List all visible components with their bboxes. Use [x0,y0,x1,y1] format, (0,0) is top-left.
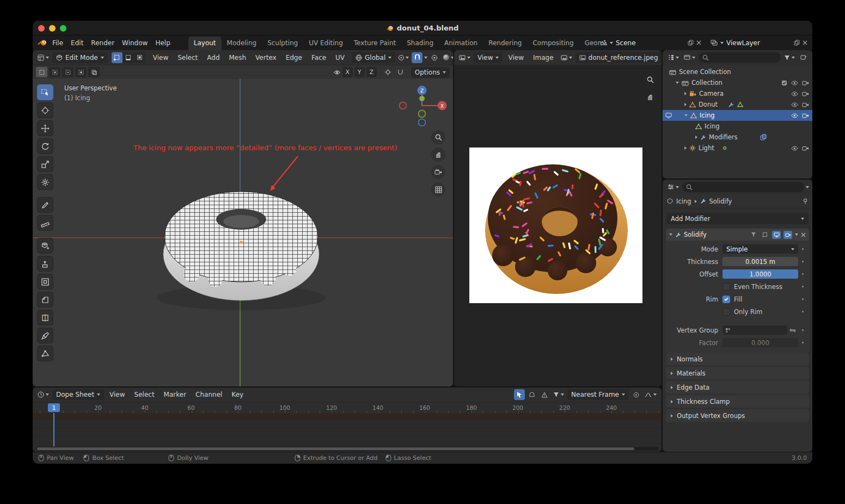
pan-hand-button[interactable] [431,147,445,162]
menu-window[interactable]: Window [118,35,151,50]
section-output-vertex-groups[interactable]: Output Vertex Groups [666,409,809,422]
tool-rotate[interactable] [37,138,53,154]
outliner-item-light[interactable]: Light [663,143,812,153]
tool-scale[interactable] [37,156,53,172]
outliner-item-icing[interactable]: Icing [663,110,812,121]
editor-type-button[interactable] [457,55,472,60]
viewport-menu-mesh[interactable]: Mesh [225,50,250,65]
section-edge-data[interactable]: Edge Data [666,381,809,394]
animate-dot[interactable] [798,286,807,287]
render-display-toggle[interactable] [783,231,792,239]
outliner-search-input[interactable] [699,52,781,63]
tool-knife[interactable] [37,328,53,343]
even-thickness-checkbox[interactable] [722,283,730,291]
show-errors-toggle[interactable] [539,389,550,400]
animate-dot[interactable] [798,248,807,250]
navigation-gizmo[interactable]: Z X [388,81,453,133]
tool-cursor[interactable] [37,102,53,118]
pivot-point-button[interactable] [397,52,410,63]
zoom-button[interactable] [643,72,657,87]
outliner-item-scene-collection[interactable]: Scene Collection [663,66,812,77]
image-mode-select[interactable]: View [474,52,503,63]
proportional-edit-toggle[interactable] [630,389,641,400]
keying-menu-button[interactable] [643,392,658,397]
tool-add-cube[interactable] [37,238,53,254]
expand-icon[interactable] [684,146,687,150]
dope-sheet-mode-select[interactable]: Dope Sheet [52,389,104,400]
expand-icon[interactable] [695,136,697,139]
mirror-z-toggle[interactable]: Z [366,67,377,77]
dope-menu-key[interactable]: Key [228,388,247,402]
tab-shading[interactable]: Shading [401,36,439,50]
expand-icon[interactable] [684,92,687,95]
image-browse-button[interactable] [559,55,574,60]
viewport-menu-view[interactable]: View [149,50,172,65]
blender-logo-icon[interactable] [36,38,48,48]
select-intersect-button[interactable] [88,67,100,77]
select-subtract-button[interactable] [62,67,74,77]
select-new-button[interactable] [36,67,47,77]
edit-mode-display-toggle[interactable] [749,231,758,239]
show-hidden-toggle[interactable] [526,389,537,400]
only-rim-checkbox[interactable] [722,308,730,316]
playhead[interactable] [53,413,54,446]
new-viewlayer-icon[interactable] [794,40,800,46]
filter-chevron-icon[interactable] [806,186,809,188]
viewport-canvas[interactable]: User Perspective (1) Icing The icing now… [33,79,453,386]
outliner-item-donut[interactable]: Donut [663,99,812,110]
edge-select-mode-button[interactable] [123,52,134,63]
snap-to-symmetry-button[interactable] [383,67,394,78]
viewport-shading-button[interactable] [442,52,453,63]
animate-dot[interactable] [798,342,807,343]
tab-animation[interactable]: Animation [439,36,483,50]
dope-sheet-channels[interactable] [33,413,662,452]
tool-inset-faces[interactable] [37,274,53,290]
tool-transform[interactable] [37,174,53,190]
dope-menu-channel[interactable]: Channel [192,388,226,402]
render-visibility-icon[interactable] [802,113,809,118]
collapse-icon[interactable] [684,114,688,116]
new-collection-button[interactable] [798,52,809,63]
modifier-name[interactable]: Solidify [684,231,707,238]
viewport-menu-vertex[interactable]: Vertex [252,50,280,65]
tool-poly-build[interactable] [37,346,53,361]
tool-annotate[interactable] [37,197,53,213]
menu-render[interactable]: Render [87,35,118,50]
live-unwrap-button[interactable] [395,67,406,78]
expand-icon[interactable] [684,103,687,106]
menu-help[interactable]: Help [151,35,174,50]
collapse-icon[interactable] [676,82,679,84]
viewlayer-selector[interactable]: ViewLayer [708,37,810,48]
render-visibility-icon[interactable] [802,91,809,96]
image-name-field[interactable]: donut_reference.jpeg [575,52,662,63]
filter-button[interactable] [552,392,566,397]
duplicate-modifier-icon[interactable] [760,134,767,140]
tool-measure[interactable] [37,215,53,231]
image-canvas[interactable] [454,65,662,386]
proportional-editing-toggle[interactable] [429,52,440,63]
cage-display-toggle[interactable] [761,231,769,239]
outliner-item-modifiers[interactable]: Modifiers [663,132,812,143]
mode-select[interactable]: Simple [722,244,798,254]
animate-dot[interactable] [798,311,807,312]
hide-eye-icon[interactable] [791,91,798,96]
editor-type-button[interactable] [36,54,51,61]
render-visibility-icon[interactable] [802,102,809,107]
tool-loop-cut[interactable] [37,310,53,325]
animate-dot[interactable] [798,329,807,331]
orthographic-toggle-button[interactable] [431,182,445,196]
collapse-icon[interactable] [669,233,672,236]
menu-file[interactable]: File [48,35,67,50]
tab-modeling[interactable]: Modeling [222,36,262,50]
dope-menu-marker[interactable]: Marker [160,388,190,402]
vertex-select-mode-button[interactable] [112,52,123,63]
properties-search-input[interactable] [682,182,804,192]
animate-dot[interactable] [798,261,807,262]
remove-viewlayer-icon[interactable] [803,40,807,45]
display-mode-button[interactable] [682,54,697,60]
section-normals[interactable]: Normals [666,353,809,365]
face-select-mode-button[interactable] [134,52,145,63]
animate-dot[interactable] [798,298,807,300]
pin-icon[interactable] [803,198,808,205]
new-scene-icon[interactable] [688,40,694,46]
